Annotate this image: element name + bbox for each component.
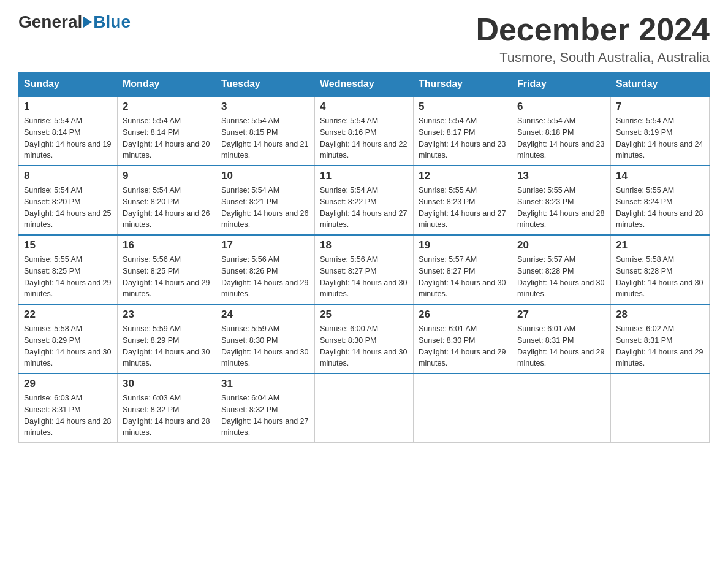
calendar-cell: 4Sunrise: 5:54 AMSunset: 8:16 PMDaylight… bbox=[315, 96, 414, 166]
day-info: Sunrise: 5:54 AMSunset: 8:19 PMDaylight:… bbox=[616, 115, 704, 161]
day-info: Sunrise: 6:03 AMSunset: 8:32 PMDaylight:… bbox=[123, 393, 211, 439]
calendar-week-row: 8Sunrise: 5:54 AMSunset: 8:20 PMDaylight… bbox=[19, 166, 710, 235]
day-info: Sunrise: 6:02 AMSunset: 8:31 PMDaylight:… bbox=[616, 323, 704, 369]
day-info: Sunrise: 5:54 AMSunset: 8:20 PMDaylight:… bbox=[123, 185, 211, 231]
day-number: 24 bbox=[221, 308, 309, 321]
day-number: 12 bbox=[419, 170, 507, 182]
calendar-cell bbox=[414, 373, 512, 443]
day-number: 15 bbox=[24, 239, 112, 251]
logo-arrow-icon bbox=[83, 17, 92, 28]
day-info: Sunrise: 5:54 AMSunset: 8:17 PMDaylight:… bbox=[419, 115, 507, 161]
day-number: 30 bbox=[123, 378, 211, 390]
calendar-cell: 8Sunrise: 5:54 AMSunset: 8:20 PMDaylight… bbox=[19, 166, 118, 235]
calendar-cell: 11Sunrise: 5:54 AMSunset: 8:22 PMDayligh… bbox=[315, 166, 414, 235]
calendar-cell: 20Sunrise: 5:57 AMSunset: 8:28 PMDayligh… bbox=[512, 235, 611, 304]
weekday-header-saturday: Saturday bbox=[611, 72, 710, 97]
page-header: General Blue December 2024 Tusmore, Sout… bbox=[18, 12, 710, 66]
day-number: 21 bbox=[616, 239, 704, 251]
logo-general-text: General bbox=[18, 12, 82, 32]
day-info: Sunrise: 5:55 AMSunset: 8:25 PMDaylight:… bbox=[24, 254, 112, 300]
day-number: 27 bbox=[517, 308, 605, 321]
weekday-header-friday: Friday bbox=[512, 72, 611, 97]
calendar-cell: 30Sunrise: 6:03 AMSunset: 8:32 PMDayligh… bbox=[118, 373, 216, 443]
calendar-header-row: SundayMondayTuesdayWednesdayThursdayFrid… bbox=[19, 72, 710, 97]
day-info: Sunrise: 5:54 AMSunset: 8:15 PMDaylight:… bbox=[221, 115, 309, 161]
weekday-header-sunday: Sunday bbox=[19, 72, 118, 97]
calendar-cell: 21Sunrise: 5:58 AMSunset: 8:28 PMDayligh… bbox=[611, 235, 710, 304]
day-info: Sunrise: 5:59 AMSunset: 8:29 PMDaylight:… bbox=[123, 323, 211, 369]
day-number: 6 bbox=[517, 101, 605, 113]
day-number: 26 bbox=[419, 308, 507, 321]
logo-blue-part: Blue bbox=[82, 12, 131, 32]
day-info: Sunrise: 5:54 AMSunset: 8:14 PMDaylight:… bbox=[123, 115, 211, 161]
day-info: Sunrise: 5:55 AMSunset: 8:23 PMDaylight:… bbox=[517, 185, 605, 231]
logo-blue-text: Blue bbox=[93, 12, 131, 32]
calendar-cell: 29Sunrise: 6:03 AMSunset: 8:31 PMDayligh… bbox=[19, 373, 118, 443]
weekday-header-monday: Monday bbox=[118, 72, 216, 97]
day-info: Sunrise: 5:56 AMSunset: 8:27 PMDaylight:… bbox=[320, 254, 408, 300]
calendar-body: 1Sunrise: 5:54 AMSunset: 8:14 PMDaylight… bbox=[19, 96, 710, 443]
day-number: 1 bbox=[24, 101, 112, 113]
calendar-cell: 2Sunrise: 5:54 AMSunset: 8:14 PMDaylight… bbox=[118, 96, 216, 166]
weekday-header-tuesday: Tuesday bbox=[216, 72, 315, 97]
day-info: Sunrise: 5:57 AMSunset: 8:28 PMDaylight:… bbox=[517, 254, 605, 300]
day-number: 23 bbox=[123, 308, 211, 321]
day-number: 13 bbox=[517, 170, 605, 182]
weekday-header-wednesday: Wednesday bbox=[315, 72, 414, 97]
day-number: 16 bbox=[123, 239, 211, 251]
calendar-cell: 1Sunrise: 5:54 AMSunset: 8:14 PMDaylight… bbox=[19, 96, 118, 166]
calendar-cell bbox=[611, 373, 710, 443]
day-info: Sunrise: 5:55 AMSunset: 8:24 PMDaylight:… bbox=[616, 185, 704, 231]
day-info: Sunrise: 6:00 AMSunset: 8:30 PMDaylight:… bbox=[320, 323, 408, 369]
day-info: Sunrise: 5:58 AMSunset: 8:29 PMDaylight:… bbox=[24, 323, 112, 369]
calendar-cell: 17Sunrise: 5:56 AMSunset: 8:26 PMDayligh… bbox=[216, 235, 315, 304]
day-number: 3 bbox=[221, 101, 309, 113]
calendar-cell: 13Sunrise: 5:55 AMSunset: 8:23 PMDayligh… bbox=[512, 166, 611, 235]
day-number: 7 bbox=[616, 101, 704, 113]
day-number: 28 bbox=[616, 308, 704, 321]
day-number: 14 bbox=[616, 170, 704, 182]
day-info: Sunrise: 5:58 AMSunset: 8:28 PMDaylight:… bbox=[616, 254, 704, 300]
day-info: Sunrise: 6:01 AMSunset: 8:31 PMDaylight:… bbox=[517, 323, 605, 369]
day-number: 18 bbox=[320, 239, 408, 251]
weekday-header-thursday: Thursday bbox=[414, 72, 512, 97]
calendar-cell: 3Sunrise: 5:54 AMSunset: 8:15 PMDaylight… bbox=[216, 96, 315, 166]
calendar-cell: 22Sunrise: 5:58 AMSunset: 8:29 PMDayligh… bbox=[19, 304, 118, 373]
day-info: Sunrise: 6:01 AMSunset: 8:30 PMDaylight:… bbox=[419, 323, 507, 369]
calendar-cell: 31Sunrise: 6:04 AMSunset: 8:32 PMDayligh… bbox=[216, 373, 315, 443]
calendar-table: SundayMondayTuesdayWednesdayThursdayFrid… bbox=[18, 72, 710, 443]
day-number: 17 bbox=[221, 239, 309, 251]
day-number: 9 bbox=[123, 170, 211, 182]
day-number: 8 bbox=[24, 170, 112, 182]
calendar-cell bbox=[315, 373, 414, 443]
calendar-cell: 14Sunrise: 5:55 AMSunset: 8:24 PMDayligh… bbox=[611, 166, 710, 235]
calendar-cell: 9Sunrise: 5:54 AMSunset: 8:20 PMDaylight… bbox=[118, 166, 216, 235]
day-number: 4 bbox=[320, 101, 408, 113]
calendar-week-row: 15Sunrise: 5:55 AMSunset: 8:25 PMDayligh… bbox=[19, 235, 710, 304]
calendar-week-row: 1Sunrise: 5:54 AMSunset: 8:14 PMDaylight… bbox=[19, 96, 710, 166]
day-number: 25 bbox=[320, 308, 408, 321]
calendar-cell: 5Sunrise: 5:54 AMSunset: 8:17 PMDaylight… bbox=[414, 96, 512, 166]
day-info: Sunrise: 5:54 AMSunset: 8:16 PMDaylight:… bbox=[320, 115, 408, 161]
day-info: Sunrise: 5:54 AMSunset: 8:21 PMDaylight:… bbox=[221, 185, 309, 231]
calendar-week-row: 29Sunrise: 6:03 AMSunset: 8:31 PMDayligh… bbox=[19, 373, 710, 443]
day-number: 11 bbox=[320, 170, 408, 182]
day-info: Sunrise: 5:57 AMSunset: 8:27 PMDaylight:… bbox=[419, 254, 507, 300]
day-number: 5 bbox=[419, 101, 507, 113]
day-info: Sunrise: 5:56 AMSunset: 8:25 PMDaylight:… bbox=[123, 254, 211, 300]
calendar-cell: 6Sunrise: 5:54 AMSunset: 8:18 PMDaylight… bbox=[512, 96, 611, 166]
logo: General Blue bbox=[18, 12, 131, 32]
day-info: Sunrise: 5:56 AMSunset: 8:26 PMDaylight:… bbox=[221, 254, 309, 300]
calendar-cell: 18Sunrise: 5:56 AMSunset: 8:27 PMDayligh… bbox=[315, 235, 414, 304]
day-info: Sunrise: 5:59 AMSunset: 8:30 PMDaylight:… bbox=[221, 323, 309, 369]
day-number: 19 bbox=[419, 239, 507, 251]
day-info: Sunrise: 6:04 AMSunset: 8:32 PMDaylight:… bbox=[221, 393, 309, 439]
day-number: 2 bbox=[123, 101, 211, 113]
day-info: Sunrise: 5:54 AMSunset: 8:14 PMDaylight:… bbox=[24, 115, 112, 161]
calendar-cell: 27Sunrise: 6:01 AMSunset: 8:31 PMDayligh… bbox=[512, 304, 611, 373]
calendar-cell: 16Sunrise: 5:56 AMSunset: 8:25 PMDayligh… bbox=[118, 235, 216, 304]
day-info: Sunrise: 5:55 AMSunset: 8:23 PMDaylight:… bbox=[419, 185, 507, 231]
day-info: Sunrise: 5:54 AMSunset: 8:20 PMDaylight:… bbox=[24, 185, 112, 231]
calendar-cell bbox=[512, 373, 611, 443]
day-info: Sunrise: 6:03 AMSunset: 8:31 PMDaylight:… bbox=[24, 393, 112, 439]
